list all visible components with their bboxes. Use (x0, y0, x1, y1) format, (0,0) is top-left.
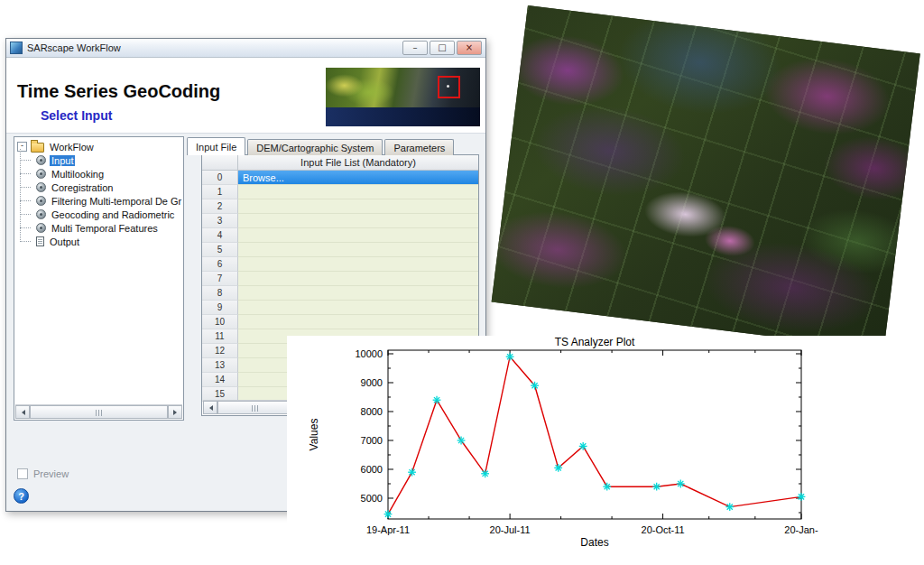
gear-icon (36, 169, 46, 179)
preview-option: Preview (17, 468, 69, 479)
row-value-cell[interactable] (238, 286, 478, 301)
svg-text:5000: 5000 (361, 493, 383, 504)
gear-icon (36, 196, 46, 206)
folder-icon (31, 143, 44, 153)
table-row: 1 (202, 185, 478, 199)
svg-text:20-Jan-: 20-Jan- (784, 524, 818, 535)
table-header-label: Input File List (Mandatory) (238, 155, 478, 171)
row-number[interactable]: 9 (202, 301, 238, 315)
maximize-button[interactable]: □ (430, 41, 455, 55)
preview-checkbox[interactable] (17, 468, 28, 479)
tree-item-multilooking[interactable]: Multilooking (33, 167, 183, 181)
gear-icon (36, 223, 46, 233)
arrow-right-icon (173, 410, 180, 415)
row-value-cell[interactable] (238, 301, 478, 315)
tree-item-input[interactable]: Input (33, 153, 183, 167)
tree-root[interactable]: - WorkFlow (14, 137, 183, 153)
tree-item-filtering-multi-temporal-de-gr[interactable]: Filtering Multi-temporal De Gr (33, 194, 183, 208)
ts-analyzer-plot-panel: TS Analyzer PlotDatesValues5000600070008… (287, 336, 908, 560)
row-value-cell[interactable] (238, 257, 478, 272)
row-number[interactable]: 10 (202, 315, 238, 329)
gear-icon (36, 209, 46, 219)
app-icon (10, 42, 23, 54)
svg-text:7000: 7000 (361, 435, 383, 446)
row-number[interactable]: 6 (202, 257, 238, 272)
row-value-cell[interactable] (238, 185, 478, 199)
tree-item-geocoding-and-radiometric[interactable]: Geocoding and Radiometric (33, 208, 183, 221)
banner-photo (326, 68, 480, 107)
banner-band (326, 107, 480, 126)
svg-text:9000: 9000 (361, 377, 383, 388)
row-value-cell[interactable] (238, 272, 478, 286)
svg-text:19-Apr-11: 19-Apr-11 (366, 524, 410, 535)
row-value-cell[interactable] (238, 228, 478, 243)
svg-text:TS Analyzer Plot: TS Analyzer Plot (555, 336, 635, 348)
svg-text:6000: 6000 (361, 464, 383, 475)
scroll-left-button[interactable] (203, 401, 217, 414)
tab-parameters[interactable]: Parameters (384, 139, 454, 155)
tab-dem-cartographic-system[interactable]: DEM/Cartographic System (247, 139, 383, 155)
scroll-left-button[interactable] (15, 405, 30, 419)
tree-item-label: Multi Temporal Features (50, 223, 160, 234)
minimize-button[interactable]: – (402, 41, 428, 55)
maximize-icon: □ (438, 43, 446, 52)
row-value-cell[interactable] (238, 243, 478, 257)
tree-item-coregistration[interactable]: Coregistration (33, 181, 183, 194)
scroll-thumb[interactable] (217, 401, 293, 414)
row-number[interactable]: 0 (202, 171, 238, 185)
tree-horizontal-scrollbar[interactable] (15, 404, 182, 419)
table-row: 6 (202, 257, 478, 272)
table-row: 2 (202, 199, 478, 214)
minimize-icon: – (413, 43, 418, 52)
tree-item-label: Multilooking (50, 169, 106, 180)
window-title: SARscape WorkFlow (27, 42, 402, 53)
tree-root-label: WorkFlow (48, 142, 96, 153)
row-value-cell[interactable] (238, 199, 478, 214)
tree-expander-icon[interactable]: - (17, 142, 27, 152)
row-number[interactable]: 1 (202, 185, 238, 199)
tree-item-output[interactable]: Output (33, 235, 183, 248)
tree-item-multi-temporal-features[interactable]: Multi Temporal Features (33, 221, 183, 235)
banner-highlight-box-icon (438, 76, 460, 98)
workflow-tree-panel: - WorkFlow InputMultilookingCoregistrati… (14, 136, 184, 421)
help-button[interactable]: ? (14, 488, 29, 504)
scroll-thumb[interactable] (30, 405, 168, 419)
gear-icon (36, 155, 46, 165)
close-button[interactable]: × (457, 41, 482, 55)
gear-icon (36, 182, 46, 192)
scroll-right-button[interactable] (168, 405, 182, 419)
table-header-row: Input File List (Mandatory) (202, 155, 478, 171)
row-number[interactable]: 14 (202, 373, 238, 387)
row-number[interactable]: 2 (202, 199, 238, 214)
tree-item-label: Input (50, 155, 75, 166)
step-subtitle: Select Input (41, 108, 112, 123)
table-row: 0Browse... (202, 171, 478, 185)
window-titlebar[interactable]: SARscape WorkFlow – □ × (6, 39, 485, 58)
row-number[interactable]: 4 (202, 228, 238, 243)
table-row: 3 (202, 214, 478, 228)
table-row: 5 (202, 243, 478, 257)
close-icon: × (466, 43, 473, 52)
row-value-cell[interactable]: Browse... (238, 171, 478, 185)
table-row: 8 (202, 286, 478, 301)
row-value-cell[interactable] (238, 214, 478, 228)
row-number[interactable]: 13 (202, 358, 238, 373)
ts-analyzer-chart: TS Analyzer PlotDatesValues5000600070008… (287, 336, 908, 560)
tab-input-file[interactable]: Input File (187, 137, 245, 155)
row-number[interactable]: 5 (202, 243, 238, 257)
table-row: 10 (202, 315, 478, 329)
tab-strip: Input FileDEM/Cartographic SystemParamet… (187, 138, 456, 155)
svg-text:Dates: Dates (580, 536, 608, 549)
table-row: 4 (202, 228, 478, 243)
page-title: Time Series GeoCoding (17, 81, 220, 102)
row-number[interactable]: 12 (202, 344, 238, 358)
row-number[interactable]: 7 (202, 272, 238, 286)
row-number[interactable]: 11 (202, 329, 238, 344)
preview-label: Preview (33, 468, 69, 479)
svg-text:10000: 10000 (355, 348, 383, 359)
tree-item-label: Geocoding and Radiometric (50, 209, 176, 220)
row-number[interactable]: 8 (202, 286, 238, 301)
row-value-cell[interactable] (238, 315, 478, 329)
svg-text:Values: Values (308, 419, 320, 451)
row-number[interactable]: 3 (202, 214, 238, 228)
